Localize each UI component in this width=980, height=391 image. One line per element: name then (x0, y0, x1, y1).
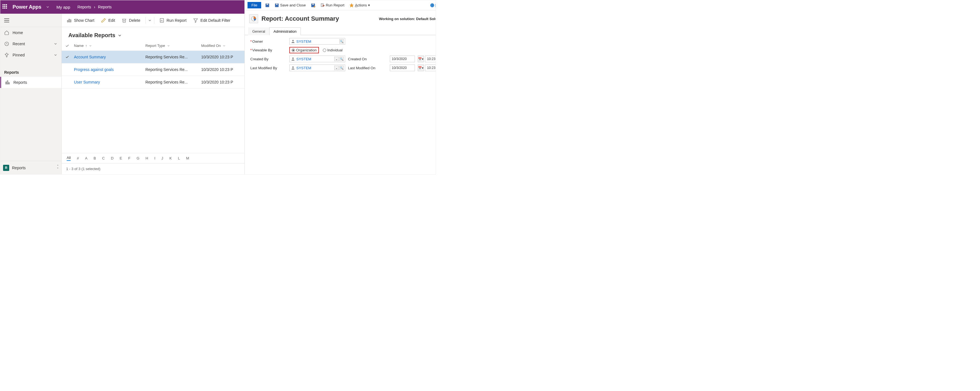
table-row[interactable]: Progress against goalsReporting Services… (62, 64, 245, 76)
lookup-stepper-icon[interactable]: ⌄ (334, 65, 339, 70)
modified-on-date[interactable]: 10/3/2020 (390, 64, 415, 71)
alpha-filter-item[interactable]: L (178, 156, 180, 160)
svg-point-18 (313, 6, 315, 7)
row-type: Reporting Services Re... (145, 67, 201, 72)
row-name[interactable]: User Summary (74, 80, 100, 85)
person-icon (291, 57, 295, 61)
row-modified: 10/3/2020 10:23 P (201, 67, 245, 72)
chevron-down-icon[interactable] (46, 5, 50, 9)
edit-default-filter-button[interactable]: Edit Default Filter (190, 16, 233, 25)
form-body: Owner SYSTEM 🔍 Viewable By Organization … (245, 35, 436, 74)
save-as-icon (311, 3, 315, 8)
select-all-checkbox[interactable] (62, 44, 73, 48)
app-name[interactable]: My app (56, 5, 70, 10)
row-checkbox[interactable] (62, 55, 73, 59)
tab-administration[interactable]: Administration (269, 27, 301, 35)
column-header-name[interactable]: Name↑ (73, 43, 145, 48)
alpha-filter-item[interactable]: D (111, 156, 113, 160)
edit-button[interactable]: Edit (98, 16, 118, 25)
help-button[interactable]: ? Help ▾ (430, 3, 436, 8)
delete-button[interactable]: Delete (119, 16, 143, 25)
label-owner: Owner (250, 39, 286, 43)
alpha-filter-item[interactable]: # (77, 156, 79, 160)
crm-header: Report: Account Summary Working on solut… (245, 10, 436, 27)
breadcrumb-item[interactable]: Reports (78, 5, 91, 9)
save-as-button[interactable] (310, 3, 317, 8)
created-by-lookup[interactable]: SYSTEM ⌄🔍 (290, 56, 345, 62)
sidebar-item-label: Home (13, 30, 23, 35)
chevron-down-icon (167, 44, 170, 48)
alpha-filter-item[interactable]: G (137, 156, 139, 160)
sidebar-item-label: Reports (13, 80, 27, 85)
alpha-filter-item[interactable]: H (146, 156, 148, 160)
owner-lookup[interactable]: SYSTEM 🔍 (290, 38, 345, 45)
alpha-filter-item[interactable]: J (162, 156, 164, 160)
calendar-button[interactable]: 📅▾ (418, 56, 424, 62)
table-row[interactable]: User SummaryReporting Services Re...10/3… (62, 76, 245, 89)
waffle-icon[interactable] (3, 4, 8, 10)
show-chart-button[interactable]: Show Chart (64, 16, 97, 25)
row-name[interactable]: Account Summary (74, 55, 106, 59)
brand-label: Power Apps (13, 4, 41, 10)
file-menu[interactable]: File (248, 2, 261, 8)
table-row[interactable]: Account SummaryReporting Services Re...1… (62, 51, 245, 64)
sidebar-item-reports[interactable]: Reports (0, 77, 61, 88)
person-icon (291, 65, 295, 70)
person-icon (291, 39, 295, 43)
save-close-icon (275, 3, 279, 8)
check-icon (65, 55, 69, 59)
clock-icon (4, 41, 9, 46)
row-name[interactable]: Progress against goals (74, 67, 114, 72)
alpha-filter-item[interactable]: All (67, 156, 71, 161)
more-commands-button[interactable] (145, 17, 154, 24)
column-header-modified[interactable]: Modified On (201, 43, 245, 48)
save-button[interactable] (264, 3, 270, 8)
alpha-filter-item[interactable]: B (94, 156, 96, 160)
view-title[interactable]: Available Reports (62, 27, 245, 41)
alpha-filter-item[interactable]: K (169, 156, 172, 160)
sidebar-item-recent[interactable]: Recent (0, 38, 61, 49)
alpha-filter-item[interactable]: I (154, 156, 156, 160)
sidebar-footer[interactable]: R Reports ˄˅ (0, 161, 61, 174)
label-modified-on: Last Modified On (348, 66, 387, 70)
created-on-date[interactable]: 10/3/2020 (390, 56, 415, 62)
command-label: Show Chart (74, 18, 94, 22)
sidebar: Home Recent Pinned Reports Reports (0, 14, 62, 174)
alpha-filter-item[interactable]: M (186, 156, 189, 160)
calendar-button[interactable]: 📅▾ (418, 64, 424, 71)
radio-organization[interactable]: Organization (291, 48, 317, 52)
hamburger-button[interactable] (0, 14, 61, 27)
lookup-stepper-icon[interactable]: ⌄ (334, 57, 339, 61)
run-report-button[interactable]: Run Report (319, 3, 345, 8)
lookup-search-icon[interactable]: 🔍 (339, 39, 344, 43)
lookup-search-icon[interactable]: 🔍 (339, 65, 344, 70)
sidebar-item-pinned[interactable]: Pinned (0, 49, 61, 61)
lookup-search-icon[interactable]: 🔍 (339, 57, 344, 61)
command-bar: Show Chart Edit Delete Run Report (62, 14, 245, 27)
lookup-value: SYSTEM (296, 57, 333, 61)
chevron-down-icon (54, 42, 57, 46)
grid-header: Name↑ Report Type Modified On (62, 41, 245, 51)
actions-menu[interactable]: AActionsctions ▾ (348, 3, 371, 8)
created-on-time[interactable]: 10:23 PM (425, 56, 436, 62)
report-icon (159, 18, 164, 23)
alpha-filter-item[interactable]: F (128, 156, 130, 160)
save-and-close-button[interactable]: Save and Close (274, 3, 307, 8)
sidebar-item-home[interactable]: Home (0, 27, 61, 38)
column-header-type[interactable]: Report Type (145, 43, 201, 48)
alpha-filter-item[interactable]: A (85, 156, 88, 160)
row-type: Reporting Services Re... (145, 55, 201, 59)
alpha-filter-item[interactable]: C (102, 156, 105, 160)
modified-on-time[interactable]: 10:23 PM (425, 64, 436, 71)
breadcrumb-item[interactable]: Reports (98, 5, 111, 9)
radio-label: Organization (296, 48, 317, 52)
modified-by-lookup[interactable]: SYSTEM ⌄🔍 (290, 64, 345, 71)
radio-individual[interactable]: Individual (323, 48, 343, 52)
tab-general[interactable]: General (248, 27, 269, 35)
svg-rect-13 (266, 4, 269, 5)
chart-icon (67, 18, 72, 23)
highlight-box: Organization (290, 47, 319, 53)
run-report-button[interactable]: Run Report (156, 16, 189, 25)
updown-icon[interactable]: ˄˅ (57, 165, 59, 171)
alpha-filter-item[interactable]: E (120, 156, 122, 160)
